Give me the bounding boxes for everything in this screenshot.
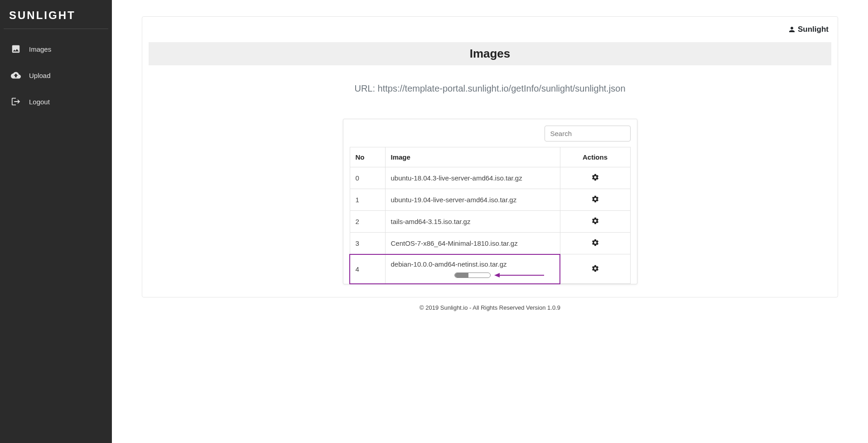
page-title: Images — [149, 42, 831, 65]
sidebar-item-label: Images — [29, 45, 51, 53]
cell-image-name: CentOS-7-x86_64-Minimal-1810.iso.tar.gz — [385, 233, 560, 254]
gear-icon[interactable] — [591, 239, 599, 247]
main-content: Sunlight Images URL: https://template-po… — [112, 0, 868, 443]
images-table-card: No Image Actions 0ubuntu-18.04.3-live-se… — [343, 119, 637, 284]
table-header-row: No Image Actions — [350, 147, 630, 167]
sidebar-item-label: Upload — [29, 72, 51, 79]
cell-actions — [560, 211, 630, 233]
table-row: 3CentOS-7-x86_64-Minimal-1810.iso.tar.gz — [350, 233, 630, 254]
cell-no: 4 — [350, 254, 385, 284]
footer-text: © 2019 Sunlight.io - All Rights Reserved… — [112, 297, 868, 318]
table-row: 4debian-10.0.0-amd64-netinst.iso.tar.gz — [350, 254, 630, 284]
sidebar-item-label: Logout — [29, 98, 50, 106]
search-input[interactable] — [545, 126, 631, 141]
images-table: No Image Actions 0ubuntu-18.04.3-live-se… — [350, 147, 631, 284]
person-icon — [788, 25, 796, 34]
nav-list: Images Upload Logout — [0, 29, 112, 122]
table-row: 1ubuntu-19.04-live-server-amd64.iso.tar.… — [350, 189, 630, 211]
cell-no: 0 — [350, 167, 385, 189]
user-info[interactable]: Sunlight — [788, 25, 829, 34]
cell-no: 2 — [350, 211, 385, 233]
table-row: 0ubuntu-18.04.3-live-server-amd64.iso.ta… — [350, 167, 630, 189]
cell-image-name: ubuntu-19.04-live-server-amd64.iso.tar.g… — [385, 189, 560, 211]
cloud-upload-icon — [11, 70, 21, 80]
sidebar-item-logout[interactable]: Logout — [0, 88, 112, 115]
logout-icon — [11, 97, 21, 107]
table-row: 2tails-amd64-3.15.iso.tar.gz — [350, 211, 630, 233]
annotation-progress-pill — [454, 273, 491, 278]
cell-no: 3 — [350, 233, 385, 254]
brand-logo: SUNLIGHT — [4, 0, 108, 29]
sidebar-item-images[interactable]: Images — [0, 36, 112, 62]
sidebar-item-upload[interactable]: Upload — [0, 62, 112, 88]
cell-image-name: debian-10.0.0-amd64-netinst.iso.tar.gz — [385, 254, 560, 284]
col-no: No — [350, 147, 385, 167]
cell-actions — [560, 233, 630, 254]
gear-icon[interactable] — [591, 173, 599, 181]
sidebar: SUNLIGHT Images Upload Logout — [0, 0, 112, 443]
search-row — [350, 126, 631, 141]
cell-no: 1 — [350, 189, 385, 211]
header-row: Sunlight — [149, 23, 831, 38]
cell-image-name: tails-amd64-3.15.iso.tar.gz — [385, 211, 560, 233]
cell-actions — [560, 167, 630, 189]
gear-icon[interactable] — [591, 195, 599, 203]
username-label: Sunlight — [798, 25, 829, 34]
gear-icon[interactable] — [591, 217, 599, 225]
col-image: Image — [385, 147, 560, 167]
cell-actions — [560, 254, 630, 284]
col-actions: Actions — [560, 147, 630, 167]
cell-image-name: ubuntu-18.04.3-live-server-amd64.iso.tar… — [385, 167, 560, 189]
image-icon — [11, 44, 21, 54]
cell-actions — [560, 189, 630, 211]
gear-icon[interactable] — [591, 264, 599, 273]
content-card: Sunlight Images URL: https://template-po… — [142, 16, 838, 297]
url-line: URL: https://template-portal.sunlight.io… — [149, 65, 831, 119]
